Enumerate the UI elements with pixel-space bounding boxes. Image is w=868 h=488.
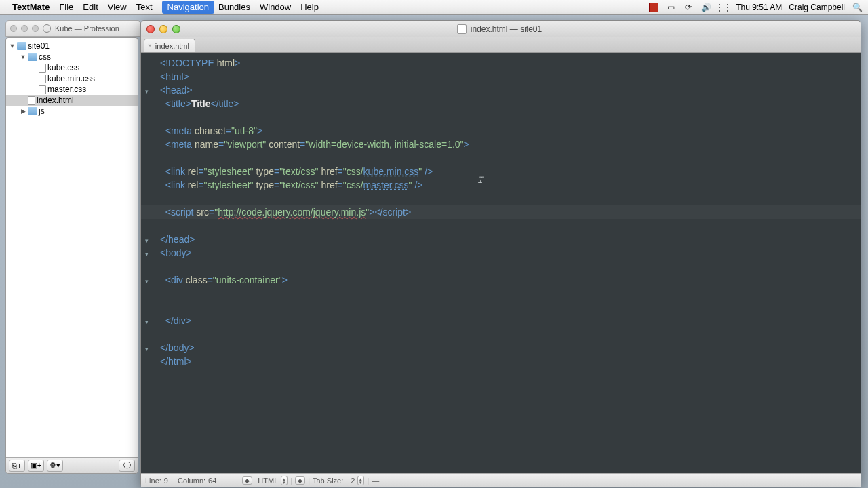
folder-icon (28, 107, 37, 115)
code-line[interactable]: </html> (160, 354, 858, 368)
tree-item-label: kube.min.css (47, 74, 95, 83)
menu-text[interactable]: Text (136, 2, 153, 12)
file-nav-popup[interactable]: ◆ (242, 476, 252, 485)
new-file-button[interactable]: ⎘+ (9, 460, 25, 472)
clock[interactable]: Thu 9:51 AM (736, 3, 782, 12)
tree-file[interactable]: kube.min.css (6, 73, 138, 84)
code-line[interactable]: <html> (160, 70, 858, 83)
code-line[interactable]: <head> (160, 83, 858, 97)
file-browser-drawer: ▼site01▼csskube.csskube.min.cssmaster.cs… (5, 37, 138, 474)
tab-size-value[interactable]: 2 (351, 476, 355, 485)
tree-item-label: css (39, 52, 51, 62)
code-line[interactable] (160, 260, 858, 273)
menu-edit[interactable]: Edit (83, 2, 98, 12)
user-menu[interactable]: Craig Campbell (789, 3, 845, 12)
folder-icon (28, 53, 37, 61)
line-label: Line: (145, 476, 161, 485)
editor-tab[interactable]: × index.html (144, 39, 195, 52)
code-area[interactable]: <!DOCTYPE html><html><head> <title>Title… (157, 53, 861, 473)
code-line[interactable]: <link rel="stylesheet" type="text/css" h… (160, 165, 858, 178)
menu-file[interactable]: File (59, 2, 73, 12)
code-line[interactable]: </body> (160, 341, 858, 354)
fold-marker-icon[interactable]: ▾ (145, 247, 152, 254)
tree-folder[interactable]: ▼site01 (6, 41, 138, 52)
tree-folder[interactable]: ▶js (6, 106, 138, 117)
tree-item-label: master.css (47, 85, 86, 94)
fold-marker-icon[interactable]: ▾ (145, 234, 152, 241)
close-window-button[interactable] (146, 25, 155, 33)
text-cursor-icon: 𝙸 (477, 174, 484, 187)
file-tree-toolbar: ⎘+ ▣+ ⚙▾ ⓘ (6, 457, 138, 473)
bg-traffic-light (32, 25, 39, 32)
tabsize-stepper[interactable]: ▴▾ (357, 476, 364, 485)
code-line[interactable] (160, 327, 858, 341)
code-line[interactable]: <!DOCTYPE html> (160, 56, 858, 70)
tree-file[interactable]: master.css (6, 84, 138, 95)
symbol-indicator[interactable]: — (372, 476, 379, 485)
window-titlebar[interactable]: index.html — site01 (141, 21, 861, 37)
zoom-window-button[interactable] (172, 25, 180, 33)
code-line[interactable]: <title>Title</title> (160, 97, 858, 110)
bg-traffic-light (10, 25, 17, 32)
file-icon (39, 64, 46, 73)
disclosure-triangle-icon[interactable]: ▶ (20, 108, 26, 115)
info-button[interactable]: ⓘ (119, 460, 135, 472)
code-line[interactable] (160, 192, 858, 205)
document-icon (457, 24, 467, 34)
code-line[interactable] (160, 219, 858, 232)
bg-window-title: Kube — Profession (55, 24, 119, 33)
sync-icon[interactable]: ⟳ (683, 3, 694, 12)
menu-view[interactable]: View (108, 2, 127, 12)
wifi-icon[interactable]: ⋮⋮ (718, 3, 729, 12)
minimize-window-button[interactable] (159, 25, 167, 33)
spotlight-icon[interactable]: 🔍 (852, 3, 863, 12)
tree-file[interactable]: kube.css (6, 62, 138, 73)
code-line[interactable]: </head> (160, 232, 858, 246)
disclosure-triangle-icon[interactable]: ▼ (20, 54, 26, 60)
new-folder-button[interactable]: ▣+ (28, 460, 44, 472)
column-number: 64 (208, 476, 216, 485)
line-number: 9 (164, 476, 168, 485)
code-line[interactable] (160, 110, 858, 124)
menu-bundles[interactable]: Bundles (218, 2, 250, 12)
editor-tab-bar: × index.html (141, 37, 861, 53)
editor-gutter[interactable]: ▾▾▾▾▾▾ (141, 53, 157, 473)
fold-marker-icon[interactable]: ▾ (145, 315, 152, 322)
fold-marker-icon[interactable]: ▾ (145, 274, 152, 281)
fold-marker-icon[interactable]: ▾ (145, 85, 152, 92)
editor-status-bar: Line: 9 Column: 64 ◆ HTML ▴▾ | ◆ | Tab S… (141, 473, 861, 487)
recording-indicator-icon[interactable] (649, 3, 658, 12)
fold-marker-icon[interactable]: ▾ (145, 342, 152, 349)
settings-gear-button[interactable]: ⚙▾ (47, 460, 63, 472)
code-line[interactable] (160, 300, 858, 314)
editor-window: index.html — site01 × index.html ▾▾▾▾▾▾ … (140, 20, 861, 487)
menu-window[interactable]: Window (260, 2, 291, 12)
app-name[interactable]: TextMate (12, 2, 50, 12)
code-editor[interactable]: ▾▾▾▾▾▾ <!DOCTYPE html><html><head> <titl… (141, 53, 861, 473)
menu-help[interactable]: Help (300, 2, 319, 12)
tree-file[interactable]: index.html (6, 95, 138, 106)
tree-item-label: site01 (28, 41, 50, 51)
code-line[interactable]: <div class="units-container"> (160, 273, 858, 287)
disclosure-triangle-icon[interactable]: ▼ (9, 43, 16, 49)
file-tree[interactable]: ▼site01▼csskube.csskube.min.cssmaster.cs… (6, 38, 138, 457)
close-tab-icon[interactable]: × (148, 42, 152, 49)
display-icon[interactable]: ▭ (665, 3, 676, 12)
file-icon (39, 85, 46, 94)
symbol-nav-popup[interactable]: ◆ (295, 476, 305, 485)
code-line[interactable]: </div> (160, 314, 858, 327)
language-stepper[interactable]: ▴▾ (281, 476, 288, 485)
language-selector[interactable]: HTML (258, 476, 278, 485)
code-line[interactable] (160, 151, 858, 165)
tab-size-label: Tab Size: (313, 476, 343, 485)
code-line[interactable]: <meta charset="utf-8"> (160, 124, 858, 138)
menu-navigation[interactable]: Navigation (162, 1, 214, 14)
code-line[interactable] (160, 287, 858, 300)
code-line[interactable]: <meta name="viewport" content="width=dev… (160, 138, 858, 151)
folder-icon (17, 42, 26, 50)
code-line[interactable]: <body> (160, 246, 858, 260)
column-label: Column: (178, 476, 205, 485)
volume-icon[interactable]: 🔊 (701, 3, 711, 12)
code-line[interactable]: <link rel="stylesheet" type="text/css" h… (160, 178, 858, 192)
tree-folder[interactable]: ▼css (6, 52, 138, 62)
